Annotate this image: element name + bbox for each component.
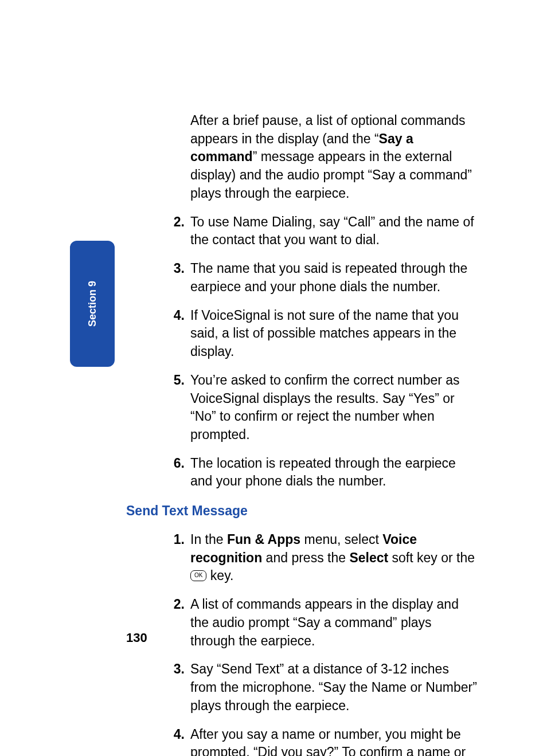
- list-text: After you say a name or number, you migh…: [190, 726, 478, 756]
- list-item: 2. To use Name Dialing, say “Call” and t…: [171, 213, 478, 249]
- list-item: 6. The location is repeated through the …: [171, 455, 478, 491]
- list-number: 4.: [171, 726, 190, 756]
- list-number: 2.: [171, 213, 190, 249]
- bold-fragment: Fun & Apps: [227, 532, 300, 547]
- text-fragment: menu, select: [300, 532, 382, 547]
- bold-fragment: Select: [349, 550, 388, 565]
- text-fragment: and press the: [262, 550, 349, 565]
- ok-key-icon: OK: [190, 570, 206, 581]
- list-number: 6.: [171, 455, 190, 491]
- list-text: Say “Send Text” at a distance of 3-12 in…: [190, 660, 478, 715]
- list-text: The name that you said is repeated throu…: [190, 260, 478, 296]
- list-item: 3. The name that you said is repeated th…: [171, 260, 478, 296]
- list-item: 2. A list of commands appears in the dis…: [171, 596, 478, 650]
- list-number: 5.: [171, 371, 190, 444]
- list-text: A list of commands appears in the displa…: [190, 596, 478, 650]
- list-item: 4. If VoiceSignal is not sure of the nam…: [171, 307, 478, 361]
- list-text: The location is repeated through the ear…: [190, 455, 478, 491]
- intro-text-pre: After a brief pause, a list of optional …: [190, 113, 465, 146]
- list-text: If VoiceSignal is not sure of the name t…: [190, 307, 478, 361]
- intro-paragraph: After a brief pause, a list of optional …: [190, 112, 478, 203]
- list-number: 4.: [171, 307, 190, 361]
- list-number: 1.: [171, 531, 190, 585]
- page-number: 130: [126, 630, 147, 645]
- text-fragment: key.: [206, 568, 233, 583]
- list-item: 4. After you say a name or number, you m…: [171, 726, 478, 756]
- list-item: 3. Say “Send Text” at a distance of 3-12…: [171, 660, 478, 715]
- section-heading: Send Text Message: [126, 502, 478, 520]
- page-content: After a brief pause, a list of optional …: [0, 0, 547, 756]
- list-number: 2.: [171, 596, 190, 650]
- list-number: 3.: [171, 660, 190, 715]
- list-text: You’re asked to confirm the correct numb…: [190, 371, 478, 444]
- list-item: 1. In the Fun & Apps menu, select Voice …: [171, 531, 478, 585]
- text-fragment: soft key or the: [388, 550, 475, 565]
- list-text: In the Fun & Apps menu, select Voice rec…: [190, 531, 478, 585]
- list-item: 5. You’re asked to confirm the correct n…: [171, 371, 478, 444]
- list-text: To use Name Dialing, say “Call” and the …: [190, 213, 478, 249]
- list-number: 3.: [171, 260, 190, 296]
- text-fragment: In the: [190, 532, 227, 547]
